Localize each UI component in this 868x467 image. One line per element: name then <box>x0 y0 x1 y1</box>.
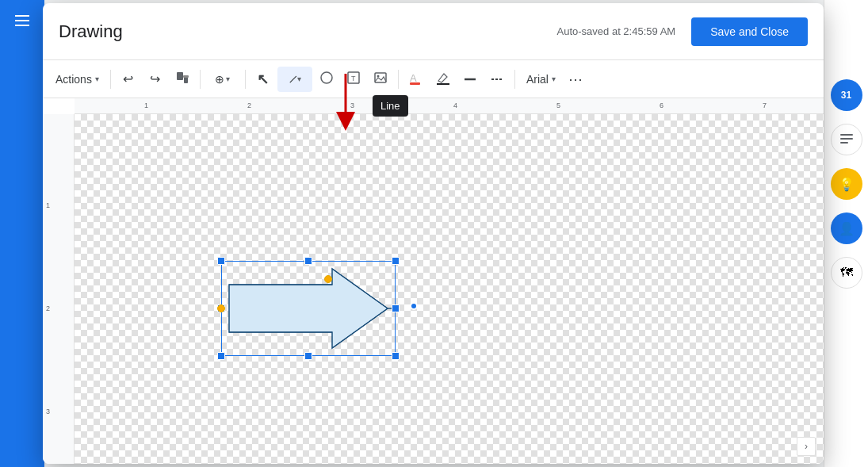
ruler-num-3: 3 <box>350 101 354 109</box>
ruler-top: 1 2 3 4 5 6 7 <box>75 98 824 114</box>
maps-icon[interactable]: 🗺 <box>831 257 862 289</box>
handle-yellow-1[interactable] <box>324 275 332 283</box>
font-selector[interactable]: Arial ▾ <box>520 70 562 89</box>
toolbar-divider-4 <box>398 70 399 89</box>
more-icon: ⋯ <box>568 71 583 88</box>
actions-chevron: ▾ <box>95 75 99 83</box>
line-weight-button[interactable] <box>457 67 483 92</box>
redo-icon: ↪ <box>150 71 160 86</box>
pen-icon <box>436 71 450 88</box>
actions-button[interactable]: Actions ▾ <box>49 70 105 89</box>
handle-tm[interactable] <box>304 257 312 265</box>
redo-button[interactable]: ↪ <box>143 67 168 92</box>
ruler-left: 1 2 3 <box>43 114 75 464</box>
ruler-num-5: 5 <box>556 101 560 109</box>
keep-icon[interactable]: 💡 <box>831 168 862 200</box>
image-button[interactable] <box>368 67 393 92</box>
toolbar-divider-2 <box>200 70 201 89</box>
svg-rect-0 <box>840 134 853 136</box>
canvas-area[interactable]: 1 2 3 4 5 6 7 1 2 3 <box>43 98 824 464</box>
ruler-num-6: 6 <box>660 101 663 109</box>
textbox-icon: T <box>346 71 361 88</box>
toolbar-divider-5 <box>514 70 515 89</box>
tasks-icon[interactable] <box>831 124 862 155</box>
contacts-icon[interactable]: 👤 <box>831 212 862 244</box>
line-tool-button[interactable]: ─ ▾ <box>277 67 312 92</box>
dialog-title: Drawing <box>59 21 123 42</box>
paint-format-icon <box>175 71 189 88</box>
left-sidebar <box>0 0 44 467</box>
right-sidebar: 31 💡 👤 🗺 <box>824 0 868 467</box>
paint-format-button[interactable] <box>170 67 195 92</box>
undo-icon: ↩ <box>123 71 133 86</box>
more-options-button[interactable]: ⋯ <box>564 67 589 92</box>
handle-yellow-2[interactable] <box>217 304 225 312</box>
image-icon <box>373 71 388 88</box>
line-color-button[interactable] <box>430 67 456 92</box>
actions-label: Actions <box>55 73 92 86</box>
ruler-num-7: 7 <box>763 101 767 109</box>
handle-tr[interactable] <box>392 257 400 265</box>
handle-mr[interactable] <box>392 304 400 312</box>
svg-rect-5 <box>183 75 189 78</box>
shape-icon <box>319 71 334 88</box>
zoom-icon: ⊕ <box>215 73 224 86</box>
textbox-button[interactable]: T <box>341 67 366 92</box>
font-name: Arial <box>526 73 549 86</box>
undo-button[interactable]: ↩ <box>116 67 141 92</box>
svg-text:A: A <box>410 72 417 84</box>
canvas-content[interactable] <box>75 114 824 464</box>
svg-rect-1 <box>840 138 853 140</box>
hamburger-menu[interactable] <box>8 6 36 35</box>
cursor-icon: ↖ <box>257 71 269 88</box>
handle-bl[interactable] <box>217 352 225 360</box>
line-icon: ─ <box>285 71 301 87</box>
handle-bm[interactable] <box>304 352 312 360</box>
zoom-button[interactable]: ⊕ ▾ <box>205 67 240 92</box>
line-dash-button[interactable] <box>484 67 510 92</box>
arrow-svg <box>221 261 396 356</box>
fill-color-button[interactable]: A <box>403 67 429 92</box>
select-button[interactable]: ↖ <box>250 67 276 92</box>
svg-point-10 <box>377 75 379 77</box>
zoom-chevron: ▾ <box>226 75 230 83</box>
calendar-icon[interactable]: 31 <box>831 79 862 111</box>
shape-button[interactable] <box>314 67 339 92</box>
scroll-arrow-right[interactable]: › <box>797 437 816 456</box>
svg-marker-16 <box>229 269 388 348</box>
line-weight-icon <box>463 72 477 86</box>
dialog-header: Drawing Auto-saved at 2:45:59 AM Save an… <box>43 3 824 60</box>
ruler-num-4: 4 <box>453 101 457 109</box>
line-dash-icon <box>490 72 504 86</box>
ruler-left-num-2: 2 <box>46 304 50 312</box>
handle-endpoint[interactable] <box>410 302 418 310</box>
ruler-num-2: 2 <box>247 101 251 109</box>
ruler-num-1: 1 <box>144 101 148 109</box>
save-close-button[interactable]: Save and Close <box>691 17 808 46</box>
svg-rect-12 <box>410 82 420 85</box>
svg-rect-2 <box>840 142 848 144</box>
svg-rect-4 <box>184 77 188 83</box>
ruler-left-num-3: 3 <box>46 408 50 415</box>
drawing-dialog: Drawing Auto-saved at 2:45:59 AM Save an… <box>43 3 824 464</box>
handle-br[interactable] <box>392 352 400 360</box>
ruler-left-num-1: 1 <box>46 201 50 209</box>
arrow-shape[interactable] <box>221 261 396 356</box>
toolbar-divider-3 <box>245 70 246 89</box>
toolbar: Actions ▾ ↩ ↪ ⊕ ▾ ↖ ─ <box>43 60 824 98</box>
font-chevron: ▾ <box>552 75 556 83</box>
autosave-text: Auto-saved at 2:45:59 AM <box>557 25 676 37</box>
svg-rect-3 <box>177 72 183 80</box>
fill-color-icon: A <box>409 71 423 88</box>
handle-tl[interactable] <box>217 257 225 265</box>
svg-text:T: T <box>351 75 356 82</box>
toolbar-divider-1 <box>110 70 111 89</box>
svg-point-6 <box>321 72 332 83</box>
